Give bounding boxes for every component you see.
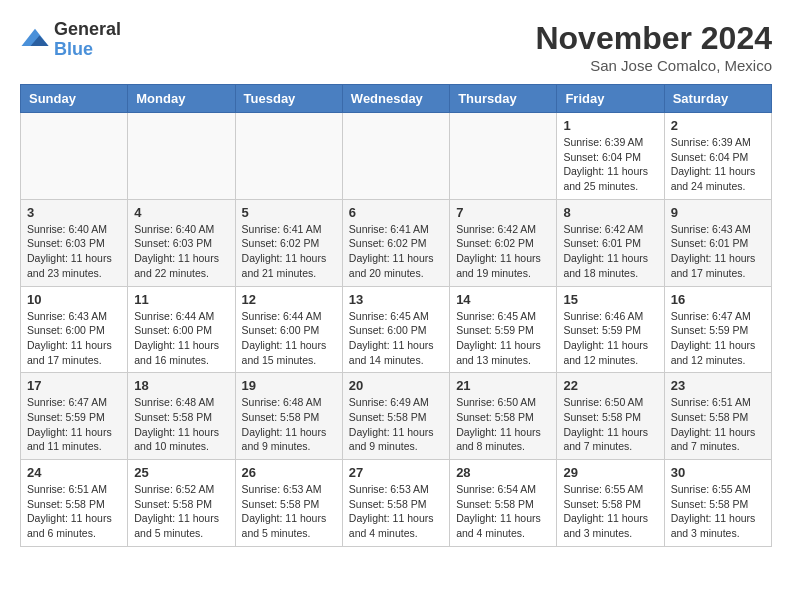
day-cell-1-0: 3Sunrise: 6:40 AM Sunset: 6:03 PM Daylig… bbox=[21, 199, 128, 286]
day-cell-0-1 bbox=[128, 113, 235, 200]
header-thursday: Thursday bbox=[450, 85, 557, 113]
day-cell-1-3: 6Sunrise: 6:41 AM Sunset: 6:02 PM Daylig… bbox=[342, 199, 449, 286]
header-saturday: Saturday bbox=[664, 85, 771, 113]
day-cell-1-2: 5Sunrise: 6:41 AM Sunset: 6:02 PM Daylig… bbox=[235, 199, 342, 286]
day-info-4-2: Sunrise: 6:53 AM Sunset: 5:58 PM Dayligh… bbox=[242, 482, 336, 541]
day-cell-1-5: 8Sunrise: 6:42 AM Sunset: 6:01 PM Daylig… bbox=[557, 199, 664, 286]
day-number-2-1: 11 bbox=[134, 292, 228, 307]
day-number-1-5: 8 bbox=[563, 205, 657, 220]
logo-icon bbox=[20, 25, 50, 55]
day-number-4-1: 25 bbox=[134, 465, 228, 480]
day-number-1-0: 3 bbox=[27, 205, 121, 220]
day-cell-4-4: 28Sunrise: 6:54 AM Sunset: 5:58 PM Dayli… bbox=[450, 460, 557, 547]
day-cell-0-4 bbox=[450, 113, 557, 200]
day-cell-2-1: 11Sunrise: 6:44 AM Sunset: 6:00 PM Dayli… bbox=[128, 286, 235, 373]
month-title: November 2024 bbox=[535, 20, 772, 57]
day-info-1-5: Sunrise: 6:42 AM Sunset: 6:01 PM Dayligh… bbox=[563, 222, 657, 281]
day-cell-2-3: 13Sunrise: 6:45 AM Sunset: 6:00 PM Dayli… bbox=[342, 286, 449, 373]
header-sunday: Sunday bbox=[21, 85, 128, 113]
day-info-4-3: Sunrise: 6:53 AM Sunset: 5:58 PM Dayligh… bbox=[349, 482, 443, 541]
day-cell-2-0: 10Sunrise: 6:43 AM Sunset: 6:00 PM Dayli… bbox=[21, 286, 128, 373]
day-cell-2-5: 15Sunrise: 6:46 AM Sunset: 5:59 PM Dayli… bbox=[557, 286, 664, 373]
day-number-3-0: 17 bbox=[27, 378, 121, 393]
day-info-2-2: Sunrise: 6:44 AM Sunset: 6:00 PM Dayligh… bbox=[242, 309, 336, 368]
day-cell-4-2: 26Sunrise: 6:53 AM Sunset: 5:58 PM Dayli… bbox=[235, 460, 342, 547]
day-info-4-5: Sunrise: 6:55 AM Sunset: 5:58 PM Dayligh… bbox=[563, 482, 657, 541]
day-info-4-4: Sunrise: 6:54 AM Sunset: 5:58 PM Dayligh… bbox=[456, 482, 550, 541]
header-friday: Friday bbox=[557, 85, 664, 113]
day-info-3-4: Sunrise: 6:50 AM Sunset: 5:58 PM Dayligh… bbox=[456, 395, 550, 454]
day-cell-0-2 bbox=[235, 113, 342, 200]
day-number-3-5: 22 bbox=[563, 378, 657, 393]
day-number-3-3: 20 bbox=[349, 378, 443, 393]
header-row: Sunday Monday Tuesday Wednesday Thursday… bbox=[21, 85, 772, 113]
week-row-0: 1Sunrise: 6:39 AM Sunset: 6:04 PM Daylig… bbox=[21, 113, 772, 200]
day-cell-0-3 bbox=[342, 113, 449, 200]
day-info-4-0: Sunrise: 6:51 AM Sunset: 5:58 PM Dayligh… bbox=[27, 482, 121, 541]
day-info-2-6: Sunrise: 6:47 AM Sunset: 5:59 PM Dayligh… bbox=[671, 309, 765, 368]
title-section: November 2024 San Jose Comalco, Mexico bbox=[535, 20, 772, 74]
day-info-1-2: Sunrise: 6:41 AM Sunset: 6:02 PM Dayligh… bbox=[242, 222, 336, 281]
header-tuesday: Tuesday bbox=[235, 85, 342, 113]
day-number-2-0: 10 bbox=[27, 292, 121, 307]
day-cell-0-6: 2Sunrise: 6:39 AM Sunset: 6:04 PM Daylig… bbox=[664, 113, 771, 200]
day-info-2-4: Sunrise: 6:45 AM Sunset: 5:59 PM Dayligh… bbox=[456, 309, 550, 368]
week-row-2: 10Sunrise: 6:43 AM Sunset: 6:00 PM Dayli… bbox=[21, 286, 772, 373]
day-info-2-3: Sunrise: 6:45 AM Sunset: 6:00 PM Dayligh… bbox=[349, 309, 443, 368]
calendar-table: Sunday Monday Tuesday Wednesday Thursday… bbox=[20, 84, 772, 547]
day-number-3-6: 23 bbox=[671, 378, 765, 393]
day-cell-3-2: 19Sunrise: 6:48 AM Sunset: 5:58 PM Dayli… bbox=[235, 373, 342, 460]
day-info-3-3: Sunrise: 6:49 AM Sunset: 5:58 PM Dayligh… bbox=[349, 395, 443, 454]
day-info-0-5: Sunrise: 6:39 AM Sunset: 6:04 PM Dayligh… bbox=[563, 135, 657, 194]
day-info-1-6: Sunrise: 6:43 AM Sunset: 6:01 PM Dayligh… bbox=[671, 222, 765, 281]
day-info-2-0: Sunrise: 6:43 AM Sunset: 6:00 PM Dayligh… bbox=[27, 309, 121, 368]
day-info-1-0: Sunrise: 6:40 AM Sunset: 6:03 PM Dayligh… bbox=[27, 222, 121, 281]
day-cell-2-2: 12Sunrise: 6:44 AM Sunset: 6:00 PM Dayli… bbox=[235, 286, 342, 373]
day-number-0-5: 1 bbox=[563, 118, 657, 133]
day-cell-3-0: 17Sunrise: 6:47 AM Sunset: 5:59 PM Dayli… bbox=[21, 373, 128, 460]
day-number-4-5: 29 bbox=[563, 465, 657, 480]
calendar-header: Sunday Monday Tuesday Wednesday Thursday… bbox=[21, 85, 772, 113]
day-cell-2-4: 14Sunrise: 6:45 AM Sunset: 5:59 PM Dayli… bbox=[450, 286, 557, 373]
header-monday: Monday bbox=[128, 85, 235, 113]
day-cell-4-1: 25Sunrise: 6:52 AM Sunset: 5:58 PM Dayli… bbox=[128, 460, 235, 547]
day-cell-1-4: 7Sunrise: 6:42 AM Sunset: 6:02 PM Daylig… bbox=[450, 199, 557, 286]
logo-blue: Blue bbox=[54, 40, 121, 60]
day-cell-0-5: 1Sunrise: 6:39 AM Sunset: 6:04 PM Daylig… bbox=[557, 113, 664, 200]
calendar-body: 1Sunrise: 6:39 AM Sunset: 6:04 PM Daylig… bbox=[21, 113, 772, 547]
day-cell-4-5: 29Sunrise: 6:55 AM Sunset: 5:58 PM Dayli… bbox=[557, 460, 664, 547]
logo: General Blue bbox=[20, 20, 121, 60]
page-header: General Blue November 2024 San Jose Coma… bbox=[20, 20, 772, 74]
day-number-3-4: 21 bbox=[456, 378, 550, 393]
day-cell-4-0: 24Sunrise: 6:51 AM Sunset: 5:58 PM Dayli… bbox=[21, 460, 128, 547]
day-info-4-1: Sunrise: 6:52 AM Sunset: 5:58 PM Dayligh… bbox=[134, 482, 228, 541]
day-number-1-2: 5 bbox=[242, 205, 336, 220]
day-number-4-3: 27 bbox=[349, 465, 443, 480]
day-cell-1-1: 4Sunrise: 6:40 AM Sunset: 6:03 PM Daylig… bbox=[128, 199, 235, 286]
day-cell-3-4: 21Sunrise: 6:50 AM Sunset: 5:58 PM Dayli… bbox=[450, 373, 557, 460]
day-info-3-5: Sunrise: 6:50 AM Sunset: 5:58 PM Dayligh… bbox=[563, 395, 657, 454]
day-info-1-1: Sunrise: 6:40 AM Sunset: 6:03 PM Dayligh… bbox=[134, 222, 228, 281]
day-info-3-6: Sunrise: 6:51 AM Sunset: 5:58 PM Dayligh… bbox=[671, 395, 765, 454]
day-cell-1-6: 9Sunrise: 6:43 AM Sunset: 6:01 PM Daylig… bbox=[664, 199, 771, 286]
location: San Jose Comalco, Mexico bbox=[535, 57, 772, 74]
day-number-4-4: 28 bbox=[456, 465, 550, 480]
day-info-3-0: Sunrise: 6:47 AM Sunset: 5:59 PM Dayligh… bbox=[27, 395, 121, 454]
day-cell-4-6: 30Sunrise: 6:55 AM Sunset: 5:58 PM Dayli… bbox=[664, 460, 771, 547]
day-info-3-2: Sunrise: 6:48 AM Sunset: 5:58 PM Dayligh… bbox=[242, 395, 336, 454]
day-info-1-3: Sunrise: 6:41 AM Sunset: 6:02 PM Dayligh… bbox=[349, 222, 443, 281]
day-info-2-5: Sunrise: 6:46 AM Sunset: 5:59 PM Dayligh… bbox=[563, 309, 657, 368]
day-number-3-2: 19 bbox=[242, 378, 336, 393]
day-info-2-1: Sunrise: 6:44 AM Sunset: 6:00 PM Dayligh… bbox=[134, 309, 228, 368]
day-number-4-2: 26 bbox=[242, 465, 336, 480]
day-number-4-6: 30 bbox=[671, 465, 765, 480]
day-number-1-3: 6 bbox=[349, 205, 443, 220]
day-number-2-6: 16 bbox=[671, 292, 765, 307]
logo-general: General bbox=[54, 20, 121, 40]
logo-text: General Blue bbox=[54, 20, 121, 60]
day-number-1-4: 7 bbox=[456, 205, 550, 220]
day-cell-3-6: 23Sunrise: 6:51 AM Sunset: 5:58 PM Dayli… bbox=[664, 373, 771, 460]
day-number-1-6: 9 bbox=[671, 205, 765, 220]
day-number-2-5: 15 bbox=[563, 292, 657, 307]
week-row-1: 3Sunrise: 6:40 AM Sunset: 6:03 PM Daylig… bbox=[21, 199, 772, 286]
